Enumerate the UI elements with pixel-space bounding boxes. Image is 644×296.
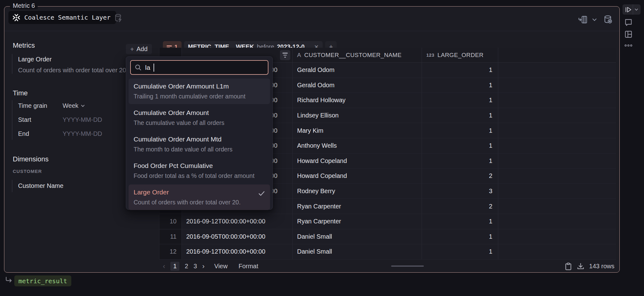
more-options-icon[interactable] [624, 44, 633, 47]
connection-label: Coalesce Semantic Layer [24, 14, 111, 21]
value-cell: 1 [422, 244, 498, 259]
database-flash-icon[interactable] [114, 13, 123, 23]
header-actions [578, 15, 613, 25]
date-cell: 2016-09-12T00:00:00+00:00 [182, 244, 293, 259]
row-number-cell: 12 [159, 244, 182, 259]
table-footer-bar: ‹ 1 2 3 › View Format [159, 260, 619, 273]
run-options-chevron-icon[interactable] [634, 8, 638, 11]
database-preview-icon[interactable] [603, 15, 613, 25]
value-cell: 1 [422, 138, 498, 153]
filler-cell [498, 169, 616, 184]
insert-into-table-icon[interactable] [578, 15, 588, 24]
filler-cell [498, 154, 616, 169]
table-row[interactable]: 12 2016-09-12T00:00:00+00:00 Daniel Smal… [159, 244, 616, 260]
value-cell: 3 [422, 184, 498, 199]
sidebar-metric-large-order[interactable]: Large Order [18, 56, 52, 63]
page-button-3[interactable]: 3 [193, 263, 197, 270]
metric-option[interactable]: Cumulative Order Ammount L1m Trailing 1 … [129, 79, 270, 104]
filler-cell [498, 108, 616, 123]
page-button-1[interactable]: 1 [170, 262, 179, 271]
value-cell: 1 [422, 63, 498, 78]
search-icon [135, 64, 142, 71]
pagination: ‹ 1 2 3 › View Format [163, 262, 258, 271]
time-grain-label: Time grain [18, 102, 63, 109]
value-cell: 1 [422, 229, 498, 244]
coalesce-logo-icon [12, 13, 21, 22]
row-count: 143 rows [589, 263, 614, 270]
metric-option[interactable]: Cumulative Order Amount Mtd The month to… [129, 131, 270, 157]
run-icon [625, 6, 632, 13]
comments-icon[interactable] [624, 18, 633, 27]
option-title: Food Order Pct Cumulative [134, 162, 265, 169]
customer-column-header[interactable]: A CUSTOMER__CUSTOMER_NAME [293, 48, 422, 62]
customer-cell: Ryan Carpenter [293, 214, 422, 229]
customer-cell: Daniel Small [293, 229, 422, 244]
next-page-button[interactable]: › [202, 262, 205, 270]
metric-option[interactable]: Food Order Pct Cumulative Food order tot… [129, 158, 270, 184]
value-cell: 2 [422, 169, 498, 184]
table-row[interactable]: 10 2016-09-12T00:00:00+00:00 Ryan Carpen… [159, 214, 616, 229]
value-cell: 1 [422, 108, 498, 123]
horizontal-scrollbar-thumb[interactable] [391, 265, 424, 267]
view-menu-button[interactable]: View [214, 263, 228, 270]
table-row[interactable]: 11 2016-09-05T00:00:00+00:00 Daniel Smal… [159, 229, 616, 245]
run-button-group[interactable] [623, 4, 641, 15]
option-title: Cumulative Order Ammount L1m [134, 83, 265, 90]
time-indent-line [12, 100, 12, 140]
filler-cell [498, 93, 616, 108]
customer-cell: Howard Copeland [293, 169, 422, 184]
option-subtitle: The month to date value of all orders [134, 146, 265, 153]
checkmark-icon [258, 189, 266, 198]
customer-cell: Gerald Odom [293, 63, 422, 78]
option-subtitle: The cumulative value of all orders [134, 119, 265, 127]
metric-panel: Metric 6 Coalesce Semantic Layer [4, 6, 620, 273]
customer-cell: Daniel Small [293, 244, 422, 259]
metric-search-input[interactable]: la [130, 60, 268, 75]
row-number-cell: 11 [159, 229, 182, 244]
page-button-2[interactable]: 2 [185, 263, 188, 270]
value-column-header[interactable]: 123 LARGE_ORDER [422, 48, 498, 62]
prev-page-button[interactable]: ‹ [163, 262, 165, 270]
option-subtitle: Trailing 1 month cumulative order amount [134, 93, 265, 100]
add-metric-button[interactable]: + Add [126, 44, 152, 54]
start-date-row: Start YYYY-MM-DD [18, 115, 102, 124]
end-label: End [18, 130, 63, 137]
customer-cell: Howard Copeland [293, 154, 422, 169]
metric-option[interactable]: Large Order Count of orders with order t… [129, 184, 270, 210]
filler-cell [498, 229, 616, 244]
filler-cell [498, 123, 616, 138]
value-cell: 1 [422, 93, 498, 108]
search-value: la [145, 64, 150, 71]
value-cell: 1 [422, 154, 498, 169]
copy-icon[interactable] [565, 262, 572, 270]
chevron-down-icon [81, 104, 85, 107]
row-number-cell: 10 [159, 214, 182, 229]
metrics-heading: Metrics [13, 41, 35, 50]
customer-cell: Lindsey Ellison [293, 108, 422, 123]
layout-panels-icon[interactable] [624, 30, 633, 39]
dimensions-heading: Dimensions [13, 155, 49, 163]
sidebar-dimension-customer-name[interactable]: Customer Name [18, 182, 64, 189]
time-grain-select[interactable]: Week [63, 102, 85, 109]
header-divider [4, 31, 619, 31]
option-subtitle: Count of orders with order total over 20… [134, 199, 265, 206]
app-window: Metric 6 Coalesce Semantic Layer [0, 0, 644, 296]
metric-result-tag[interactable]: metric_result [14, 275, 71, 286]
chevron-down-icon[interactable] [592, 18, 597, 21]
start-date-input[interactable]: YYYY-MM-DD [63, 116, 102, 123]
column-filter-icon[interactable] [280, 50, 290, 60]
button-divider [633, 4, 633, 15]
option-title: Cumulative Order Amount Mtd [134, 136, 265, 143]
dimension-group-label: CUSTOMER [13, 169, 42, 174]
end-date-input[interactable]: YYYY-MM-DD [63, 130, 102, 137]
end-date-row: End YYYY-MM-DD [18, 129, 102, 138]
connection-chip[interactable]: Coalesce Semantic Layer [8, 11, 116, 24]
table-footer-right: 143 rows [565, 260, 614, 273]
value-cell: 1 [422, 123, 498, 138]
metric-option[interactable]: Cumulative Order Amount The cumulative v… [129, 105, 270, 131]
format-menu-button[interactable]: Format [239, 263, 258, 270]
time-heading: Time [13, 89, 28, 97]
customer-cell: Gerald Odom [293, 78, 422, 93]
download-icon[interactable] [577, 262, 585, 270]
result-arrow-icon [4, 276, 13, 285]
